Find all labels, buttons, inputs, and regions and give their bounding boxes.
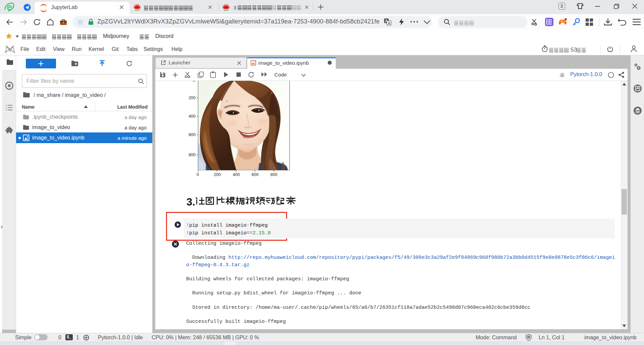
svg-text:A: A: [388, 21, 390, 25]
